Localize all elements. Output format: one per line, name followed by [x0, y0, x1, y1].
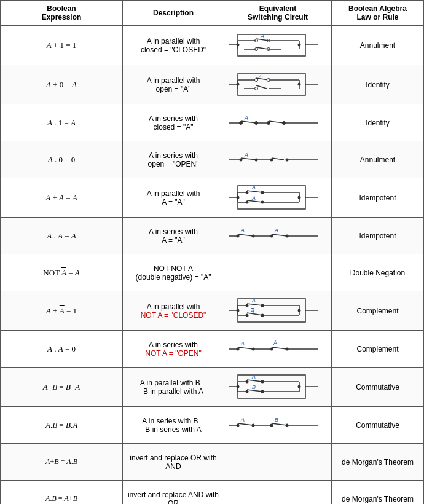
description: A in parallel withopen = "A"	[123, 65, 224, 104]
circuit-diagram	[224, 444, 332, 481]
svg-point-106	[237, 309, 240, 312]
svg-point-93	[246, 304, 249, 307]
bool-expression: A . 0 = 0	[1, 141, 123, 178]
law-rule: Identity	[332, 65, 424, 104]
svg-line-64	[247, 191, 262, 192]
bool-expression: A+B = B+A	[1, 368, 123, 407]
law-rule: de Morgan's Theorem	[332, 444, 424, 481]
svg-text:A: A	[240, 341, 245, 347]
description: A in parallel with B =B in parallel with…	[123, 368, 224, 407]
bool-expression: A + 0 = A	[1, 65, 123, 104]
circuit-diagram: A Ā	[224, 331, 332, 368]
svg-text:A: A	[244, 152, 248, 158]
bool-expression: A . A = A	[1, 218, 123, 254]
svg-line-145	[272, 423, 287, 425]
svg-point-77	[298, 196, 301, 199]
header-circuit: EquivalentSwitching Circuit	[224, 1, 332, 26]
description: A in series withNOT A = "OPEN"	[123, 331, 224, 368]
bool-expression: A + A = A	[1, 178, 123, 218]
table-row: A + A = 1 A in parallel withNOT A = "CLO…	[1, 291, 424, 331]
svg-text:A: A	[274, 227, 278, 234]
svg-point-34	[255, 87, 258, 90]
bool-expression: NOT A = A	[1, 254, 123, 291]
bool-expression: A.B = A+B	[1, 481, 123, 505]
circuit-diagram: A A	[224, 178, 332, 218]
law-rule: Complement	[332, 291, 424, 331]
table-row: A + A = A A in parallel withA = "A" A	[1, 178, 424, 218]
svg-point-109	[237, 347, 240, 350]
description: invert and replace OR with AND	[123, 444, 224, 481]
table-row: A.B = B.A A in series with B =B in serie…	[1, 407, 424, 444]
circuit-diagram: A	[224, 26, 332, 65]
bool-expression: A+B = A.B	[1, 444, 123, 481]
svg-line-56	[272, 158, 284, 160]
svg-line-51	[241, 158, 256, 160]
description: A in parallel withA = "A"	[123, 178, 224, 218]
svg-text:A: A	[251, 184, 256, 191]
svg-line-46	[269, 121, 284, 123]
table-row: A + 0 = A A in parallel withopen = "A" A	[1, 65, 424, 104]
svg-point-38	[298, 83, 301, 86]
law-rule: Annulment	[332, 141, 424, 178]
description: A in parallel withclosed = "CLOSED"	[123, 26, 224, 65]
description: A in series withopen = "OPEN"	[123, 141, 224, 178]
circuit-diagram: A	[224, 65, 332, 104]
table-row: NOT A = A NOT NOT A(double negative) = "…	[1, 254, 424, 291]
svg-point-101	[246, 314, 249, 317]
svg-point-136	[237, 385, 240, 388]
circuit-diagram: A A	[224, 218, 332, 254]
svg-rect-0	[238, 34, 305, 56]
svg-text:B: B	[275, 417, 278, 423]
svg-point-137	[298, 385, 301, 388]
bool-expression: A.B = B.A	[1, 407, 123, 444]
svg-line-41	[241, 121, 256, 123]
svg-line-94	[247, 304, 262, 305]
svg-point-19	[298, 44, 301, 47]
svg-point-40	[240, 121, 243, 124]
table-row: A . 0 = 0 A in series withopen = "OPEN" …	[1, 141, 424, 178]
svg-line-115	[272, 347, 287, 349]
circuit-diagram: A Ā	[224, 291, 332, 331]
svg-line-110	[238, 347, 253, 349]
svg-text:A: A	[240, 417, 245, 423]
description: invert and replace AND with OR	[123, 481, 224, 505]
table-row: A+B = A.B invert and replace OR with AND…	[1, 444, 424, 481]
law-rule: Complement	[332, 331, 424, 368]
header-bool-expr: BooleanExpression	[1, 1, 123, 26]
table-header: BooleanExpression Description Equivalent…	[1, 1, 424, 26]
svg-point-71	[246, 201, 249, 204]
law-rule: de Morgan's Theorem	[332, 481, 424, 505]
description: A in series withA = "A"	[123, 218, 224, 254]
circuit-diagram	[224, 481, 332, 505]
table-row: A . A = 0 A in series withNOT A = "OPEN"…	[1, 331, 424, 368]
svg-text:A: A	[251, 374, 256, 380]
law-rule: Annulment	[332, 26, 424, 65]
svg-point-63	[246, 191, 249, 194]
law-rule: Double Negation	[332, 254, 424, 291]
law-rule: Idempotent	[332, 218, 424, 254]
description: A in parallel withNOT A = "CLOSED"	[123, 291, 224, 331]
svg-text:A: A	[251, 195, 256, 201]
description: A in series with B =B in series with A	[123, 407, 224, 444]
svg-point-24	[255, 79, 258, 82]
header-description: Description	[123, 1, 224, 26]
law-rule: Idempotent	[332, 178, 424, 218]
circuit-diagram: A	[224, 104, 332, 141]
header-law: Boolean AlgebraLaw or Rule	[332, 1, 424, 26]
circuit-diagram: A	[224, 141, 332, 178]
svg-point-55	[270, 158, 273, 161]
svg-text:A: A	[260, 33, 264, 39]
svg-point-131	[246, 390, 249, 393]
svg-point-107	[298, 309, 301, 312]
svg-line-140	[238, 423, 253, 425]
table-row: A . 1 = A A in series withclosed = "A" A	[1, 104, 424, 141]
svg-point-114	[270, 347, 273, 350]
bool-expression: A + A = 1	[1, 291, 123, 331]
svg-line-85	[272, 234, 287, 236]
svg-rect-119	[238, 375, 305, 398]
circuit-diagram	[224, 254, 332, 291]
svg-point-58	[286, 158, 289, 161]
svg-point-79	[237, 234, 240, 237]
table-row: A . A = A A in series withA = "A" A A	[1, 218, 424, 254]
svg-line-102	[247, 313, 262, 315]
